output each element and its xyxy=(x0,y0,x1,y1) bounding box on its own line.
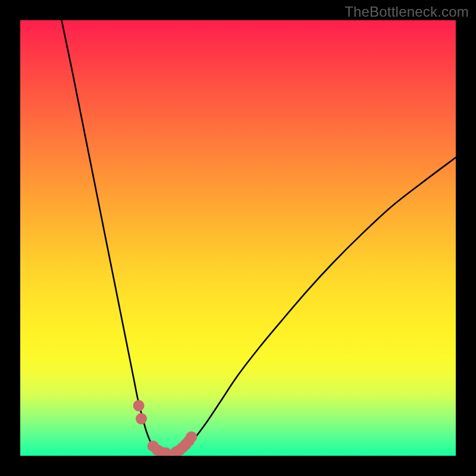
marker-dot xyxy=(186,431,197,443)
marker-dot xyxy=(133,400,145,411)
watermark-text: TheBottleneck.com xyxy=(345,4,469,20)
curve-markers xyxy=(133,400,198,456)
bottleneck-curve xyxy=(62,20,456,454)
chart-frame: TheBottleneck.com xyxy=(0,0,476,476)
curve-layer xyxy=(20,20,456,456)
marker-dot xyxy=(136,413,147,424)
plot-area xyxy=(20,20,456,456)
